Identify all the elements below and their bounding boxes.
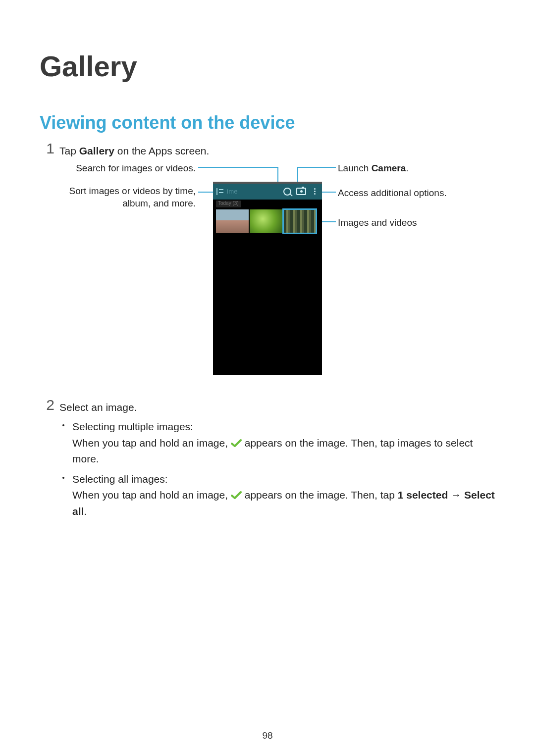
bullet-item: Selecting all images: When you tap and h…	[59, 471, 495, 520]
date-strip: Today (3)	[216, 201, 241, 207]
camera-button[interactable]	[294, 184, 308, 200]
step-2-text: Select an image.	[59, 400, 495, 415]
toolbar-title: ime	[227, 188, 280, 195]
callout-thumbs: Images and videos	[338, 216, 467, 229]
camera-icon	[296, 188, 306, 195]
selected-count-label: 1 selected	[398, 489, 448, 501]
bullet-heading: Selecting multiple images:	[72, 421, 193, 432]
page-title: Gallery	[40, 50, 495, 83]
bullet-icon	[62, 424, 64, 426]
text: .	[406, 163, 408, 173]
callout-search: Search for images or videos.	[54, 162, 196, 175]
check-icon	[231, 491, 242, 500]
arrow-icon: →	[448, 489, 464, 501]
text: album, and more.	[122, 198, 196, 208]
bullet-heading: Selecting all images:	[72, 473, 168, 485]
leader-line	[198, 167, 277, 168]
search-button[interactable]	[280, 184, 294, 200]
text: Launch	[338, 163, 372, 173]
leader-line	[297, 167, 336, 168]
diagram: Search for images or videos. Sort images…	[54, 162, 481, 390]
more-button[interactable]	[308, 184, 322, 200]
sort-button[interactable]	[213, 184, 227, 200]
text: Tap	[59, 145, 79, 156]
bullet-icon	[62, 477, 64, 479]
image-thumb[interactable]	[250, 209, 282, 233]
callout-sort: Sort images or videos by time, album, an…	[54, 185, 196, 210]
step-2: 2 Select an image. Selecting multiple im…	[40, 400, 495, 520]
step-1: 1 Tap Gallery on the Apps screen.	[40, 143, 495, 159]
page-number: 98	[0, 730, 535, 741]
text: When you tap and hold an image,	[72, 489, 231, 501]
check-icon	[231, 439, 242, 448]
callout-camera: Launch Camera.	[338, 162, 467, 175]
image-thumb[interactable]	[283, 209, 316, 233]
bullet-item: Selecting multiple images: When you tap …	[59, 419, 495, 467]
image-thumb[interactable]	[216, 209, 249, 233]
text: When you tap and hold an image,	[72, 437, 231, 449]
step-number: 1	[40, 140, 54, 157]
step-1-text: Tap Gallery on the Apps screen.	[59, 143, 495, 159]
section-heading: Viewing content on the device	[40, 112, 495, 133]
gallery-label: Gallery	[79, 145, 114, 156]
callout-options: Access additional options.	[338, 187, 472, 200]
text: Sort images or videos by time,	[69, 186, 196, 196]
text: .	[84, 505, 87, 517]
step-number: 2	[40, 397, 54, 413]
more-icon	[314, 188, 316, 195]
camera-label: Camera	[372, 163, 406, 173]
search-icon	[283, 188, 291, 196]
phone-mockup: ime Today (3)	[213, 182, 322, 375]
text: on the Apps screen.	[114, 145, 209, 156]
gallery-toolbar: ime	[213, 184, 322, 200]
thumbnail-row	[216, 209, 316, 233]
text: appears on the image. Then, tap	[242, 489, 398, 501]
bullet-list: Selecting multiple images: When you tap …	[59, 419, 495, 519]
list-icon	[216, 188, 223, 195]
